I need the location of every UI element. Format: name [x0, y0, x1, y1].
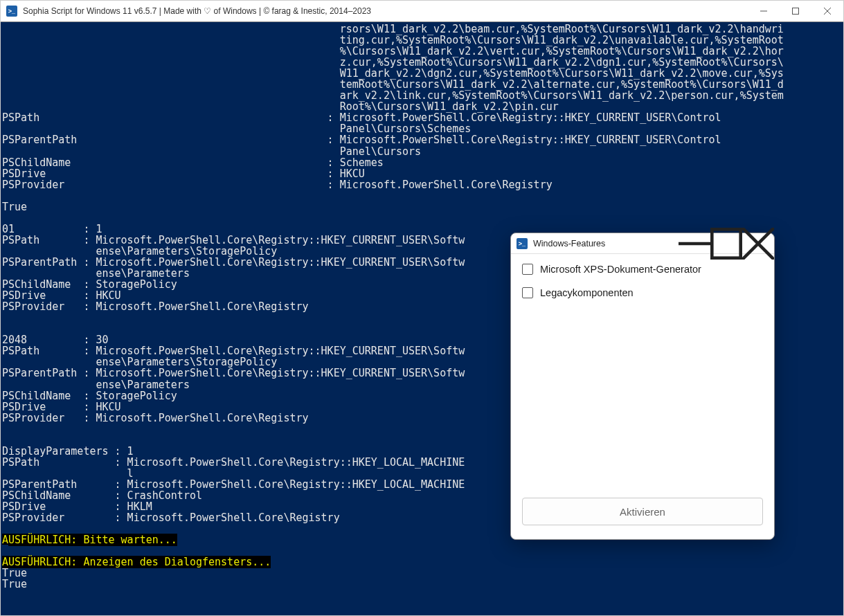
feature-label: Microsoft XPS-Dokument-Generator [540, 264, 701, 275]
powershell-icon: >_ [6, 6, 17, 17]
minimize-button[interactable] [748, 1, 780, 21]
feature-label: Legacykomponenten [540, 287, 634, 298]
verbose-line-2: AUSFÜHRLICH: Anzeigen des Dialogfensters… [2, 556, 271, 568]
dialog-maximize-button[interactable] [710, 233, 742, 254]
checkbox-icon[interactable] [522, 264, 533, 275]
dialog-title: Windows-Features [533, 239, 605, 248]
maximize-button[interactable] [780, 1, 811, 21]
window-title: Sophia Script for Windows 11 v6.5.7 | Ma… [23, 6, 371, 16]
feature-option-xps[interactable]: Microsoft XPS-Dokument-Generator [522, 264, 763, 275]
close-button[interactable] [811, 1, 843, 21]
checkbox-icon[interactable] [522, 287, 533, 298]
activate-button[interactable]: Aktivieren [522, 498, 763, 525]
svg-rect-5 [712, 229, 740, 257]
dialog-button-row: Aktivieren [511, 498, 774, 539]
verbose-line-1: AUSFÜHRLICH: Bitte warten... [2, 534, 177, 546]
console-tail: True True [2, 567, 27, 590]
dialog-minimize-button[interactable] [679, 233, 710, 254]
features-dialog: >_ Windows-Features Microsoft XPS-Dokume… [510, 233, 775, 540]
dialog-close-button[interactable] [742, 233, 774, 254]
svg-rect-1 [793, 8, 799, 15]
titlebar: >_ Sophia Script for Windows 11 v6.5.7 |… [1, 1, 843, 21]
dialog-body: Microsoft XPS-Dokument-Generator Legacyk… [511, 254, 774, 498]
powershell-icon: >_ [517, 238, 528, 249]
feature-option-legacy[interactable]: Legacykomponenten [522, 287, 763, 298]
activate-button-label: Aktivieren [620, 506, 665, 518]
dialog-titlebar: >_ Windows-Features [511, 233, 774, 254]
